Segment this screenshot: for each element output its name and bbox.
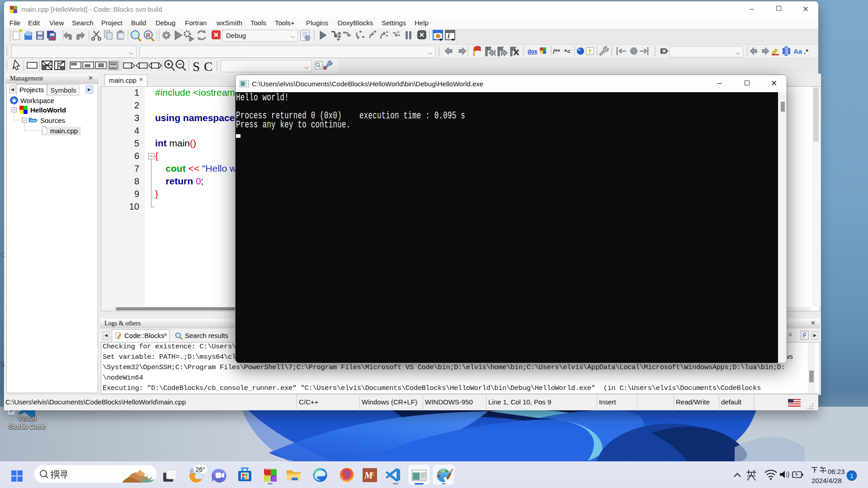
svg-text:Sources: Sources (40, 117, 65, 124)
svg-text:C: C (204, 59, 212, 74)
svg-text:Aa: Aa (793, 47, 802, 55)
svg-text:.*: .* (804, 47, 808, 55)
svg-text:main.cpp: main.cpp (50, 127, 78, 135)
svg-text:2024/4/28: 2024/4/28 (811, 477, 842, 484)
svg-text:i: i (448, 32, 450, 40)
svg-text:2: 2 (372, 470, 375, 477)
svg-text:1: 1 (850, 473, 853, 479)
svg-text:Visual: Visual (18, 414, 37, 422)
svg-text:06:23: 06:23 (828, 468, 845, 475)
svg-text:HelloWorld: HelloWorld (30, 106, 66, 114)
svg-text:S: S (193, 59, 200, 74)
svg-text:Workspace: Workspace (20, 97, 54, 104)
svg-text:R: R (146, 32, 151, 39)
svg-text:dox: dox (528, 48, 538, 55)
svg-text:*<: *< (564, 47, 571, 55)
svg-text:Studio Code: Studio Code (9, 422, 46, 430)
svg-text:/**: /** (553, 47, 560, 55)
svg-text:?: ? (588, 48, 592, 55)
svg-text:26°: 26° (195, 466, 205, 473)
